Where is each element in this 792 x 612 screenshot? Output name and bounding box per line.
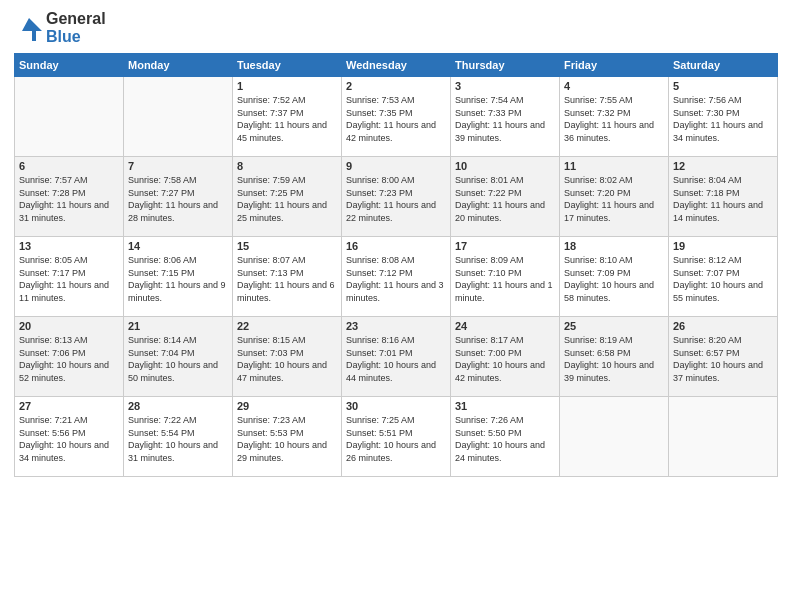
- day-cell: [669, 397, 778, 477]
- day-info: Sunrise: 8:07 AM Sunset: 7:13 PM Dayligh…: [237, 254, 337, 304]
- day-number: 8: [237, 160, 337, 172]
- logo: General Blue: [14, 10, 106, 45]
- header-row: Sunday Monday Tuesday Wednesday Thursday…: [15, 54, 778, 77]
- day-info: Sunrise: 8:10 AM Sunset: 7:09 PM Dayligh…: [564, 254, 664, 304]
- header: General Blue: [14, 10, 778, 45]
- calendar-table: Sunday Monday Tuesday Wednesday Thursday…: [14, 53, 778, 477]
- col-monday: Monday: [124, 54, 233, 77]
- day-number: 30: [346, 400, 446, 412]
- week-row-4: 27Sunrise: 7:21 AM Sunset: 5:56 PM Dayli…: [15, 397, 778, 477]
- day-info: Sunrise: 8:19 AM Sunset: 6:58 PM Dayligh…: [564, 334, 664, 384]
- col-wednesday: Wednesday: [342, 54, 451, 77]
- day-number: 20: [19, 320, 119, 332]
- day-info: Sunrise: 8:04 AM Sunset: 7:18 PM Dayligh…: [673, 174, 773, 224]
- day-info: Sunrise: 7:56 AM Sunset: 7:30 PM Dayligh…: [673, 94, 773, 144]
- day-number: 12: [673, 160, 773, 172]
- day-cell: 30Sunrise: 7:25 AM Sunset: 5:51 PM Dayli…: [342, 397, 451, 477]
- day-cell: 29Sunrise: 7:23 AM Sunset: 5:53 PM Dayli…: [233, 397, 342, 477]
- day-cell: 3Sunrise: 7:54 AM Sunset: 7:33 PM Daylig…: [451, 77, 560, 157]
- day-number: 24: [455, 320, 555, 332]
- day-number: 27: [19, 400, 119, 412]
- day-cell: 18Sunrise: 8:10 AM Sunset: 7:09 PM Dayli…: [560, 237, 669, 317]
- day-cell: 8Sunrise: 7:59 AM Sunset: 7:25 PM Daylig…: [233, 157, 342, 237]
- day-number: 14: [128, 240, 228, 252]
- day-info: Sunrise: 8:08 AM Sunset: 7:12 PM Dayligh…: [346, 254, 446, 304]
- day-cell: 5Sunrise: 7:56 AM Sunset: 7:30 PM Daylig…: [669, 77, 778, 157]
- day-info: Sunrise: 7:23 AM Sunset: 5:53 PM Dayligh…: [237, 414, 337, 464]
- day-cell: 12Sunrise: 8:04 AM Sunset: 7:18 PM Dayli…: [669, 157, 778, 237]
- week-row-2: 13Sunrise: 8:05 AM Sunset: 7:17 PM Dayli…: [15, 237, 778, 317]
- logo-blue: Blue: [46, 28, 81, 45]
- day-cell: 25Sunrise: 8:19 AM Sunset: 6:58 PM Dayli…: [560, 317, 669, 397]
- day-cell: 20Sunrise: 8:13 AM Sunset: 7:06 PM Dayli…: [15, 317, 124, 397]
- day-number: 17: [455, 240, 555, 252]
- day-number: 15: [237, 240, 337, 252]
- day-info: Sunrise: 7:59 AM Sunset: 7:25 PM Dayligh…: [237, 174, 337, 224]
- day-info: Sunrise: 8:13 AM Sunset: 7:06 PM Dayligh…: [19, 334, 119, 384]
- day-cell: 14Sunrise: 8:06 AM Sunset: 7:15 PM Dayli…: [124, 237, 233, 317]
- day-info: Sunrise: 8:05 AM Sunset: 7:17 PM Dayligh…: [19, 254, 119, 304]
- day-info: Sunrise: 7:26 AM Sunset: 5:50 PM Dayligh…: [455, 414, 555, 464]
- day-number: 25: [564, 320, 664, 332]
- day-info: Sunrise: 8:00 AM Sunset: 7:23 PM Dayligh…: [346, 174, 446, 224]
- day-cell: 31Sunrise: 7:26 AM Sunset: 5:50 PM Dayli…: [451, 397, 560, 477]
- day-number: 22: [237, 320, 337, 332]
- day-info: Sunrise: 8:01 AM Sunset: 7:22 PM Dayligh…: [455, 174, 555, 224]
- day-cell: [15, 77, 124, 157]
- day-info: Sunrise: 8:16 AM Sunset: 7:01 PM Dayligh…: [346, 334, 446, 384]
- day-number: 16: [346, 240, 446, 252]
- day-info: Sunrise: 7:22 AM Sunset: 5:54 PM Dayligh…: [128, 414, 228, 464]
- day-info: Sunrise: 7:57 AM Sunset: 7:28 PM Dayligh…: [19, 174, 119, 224]
- day-number: 11: [564, 160, 664, 172]
- day-number: 18: [564, 240, 664, 252]
- day-cell: 27Sunrise: 7:21 AM Sunset: 5:56 PM Dayli…: [15, 397, 124, 477]
- day-info: Sunrise: 7:53 AM Sunset: 7:35 PM Dayligh…: [346, 94, 446, 144]
- day-cell: 11Sunrise: 8:02 AM Sunset: 7:20 PM Dayli…: [560, 157, 669, 237]
- col-thursday: Thursday: [451, 54, 560, 77]
- day-number: 21: [128, 320, 228, 332]
- day-number: 29: [237, 400, 337, 412]
- day-number: 6: [19, 160, 119, 172]
- day-cell: 4Sunrise: 7:55 AM Sunset: 7:32 PM Daylig…: [560, 77, 669, 157]
- day-number: 7: [128, 160, 228, 172]
- day-cell: 26Sunrise: 8:20 AM Sunset: 6:57 PM Dayli…: [669, 317, 778, 397]
- day-number: 5: [673, 80, 773, 92]
- day-cell: 16Sunrise: 8:08 AM Sunset: 7:12 PM Dayli…: [342, 237, 451, 317]
- day-info: Sunrise: 8:20 AM Sunset: 6:57 PM Dayligh…: [673, 334, 773, 384]
- day-cell: 7Sunrise: 7:58 AM Sunset: 7:27 PM Daylig…: [124, 157, 233, 237]
- day-cell: [560, 397, 669, 477]
- day-number: 10: [455, 160, 555, 172]
- day-number: 23: [346, 320, 446, 332]
- day-info: Sunrise: 8:06 AM Sunset: 7:15 PM Dayligh…: [128, 254, 228, 304]
- day-number: 2: [346, 80, 446, 92]
- logo-text: General Blue: [14, 10, 106, 45]
- day-number: 31: [455, 400, 555, 412]
- page-container: General Blue Sunday Monday Tuesday Wedne…: [0, 0, 792, 487]
- day-info: Sunrise: 8:15 AM Sunset: 7:03 PM Dayligh…: [237, 334, 337, 384]
- day-info: Sunrise: 8:09 AM Sunset: 7:10 PM Dayligh…: [455, 254, 555, 304]
- week-row-1: 6Sunrise: 7:57 AM Sunset: 7:28 PM Daylig…: [15, 157, 778, 237]
- col-tuesday: Tuesday: [233, 54, 342, 77]
- week-row-3: 20Sunrise: 8:13 AM Sunset: 7:06 PM Dayli…: [15, 317, 778, 397]
- col-saturday: Saturday: [669, 54, 778, 77]
- day-cell: 6Sunrise: 7:57 AM Sunset: 7:28 PM Daylig…: [15, 157, 124, 237]
- day-number: 26: [673, 320, 773, 332]
- day-cell: 24Sunrise: 8:17 AM Sunset: 7:00 PM Dayli…: [451, 317, 560, 397]
- day-info: Sunrise: 7:21 AM Sunset: 5:56 PM Dayligh…: [19, 414, 119, 464]
- day-cell: 15Sunrise: 8:07 AM Sunset: 7:13 PM Dayli…: [233, 237, 342, 317]
- day-number: 19: [673, 240, 773, 252]
- day-number: 9: [346, 160, 446, 172]
- day-cell: 1Sunrise: 7:52 AM Sunset: 7:37 PM Daylig…: [233, 77, 342, 157]
- day-info: Sunrise: 7:58 AM Sunset: 7:27 PM Dayligh…: [128, 174, 228, 224]
- day-cell: 28Sunrise: 7:22 AM Sunset: 5:54 PM Dayli…: [124, 397, 233, 477]
- day-info: Sunrise: 7:25 AM Sunset: 5:51 PM Dayligh…: [346, 414, 446, 464]
- day-info: Sunrise: 8:12 AM Sunset: 7:07 PM Dayligh…: [673, 254, 773, 304]
- day-info: Sunrise: 7:52 AM Sunset: 7:37 PM Dayligh…: [237, 94, 337, 144]
- day-cell: 10Sunrise: 8:01 AM Sunset: 7:22 PM Dayli…: [451, 157, 560, 237]
- day-number: 28: [128, 400, 228, 412]
- day-cell: 21Sunrise: 8:14 AM Sunset: 7:04 PM Dayli…: [124, 317, 233, 397]
- logo-bird-icon: [14, 13, 44, 43]
- day-info: Sunrise: 8:17 AM Sunset: 7:00 PM Dayligh…: [455, 334, 555, 384]
- day-number: 3: [455, 80, 555, 92]
- day-cell: 2Sunrise: 7:53 AM Sunset: 7:35 PM Daylig…: [342, 77, 451, 157]
